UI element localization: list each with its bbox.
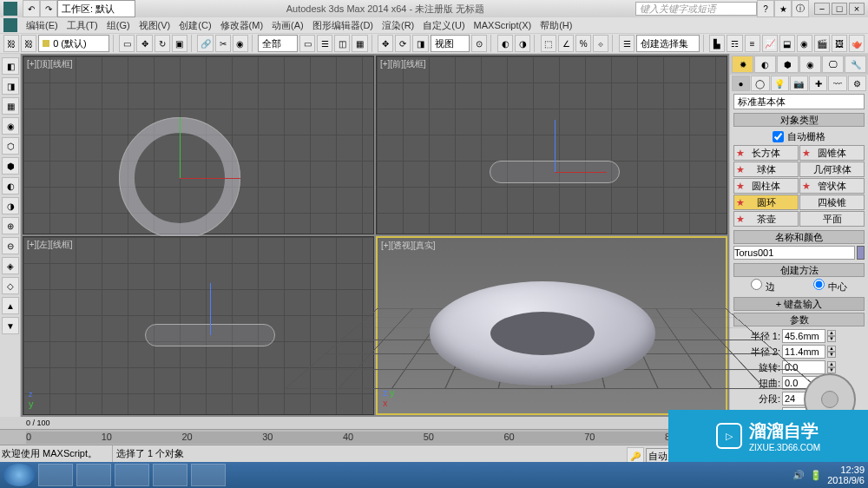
maximize-button[interactable]: □ [832, 3, 847, 15]
motion-tab-icon[interactable]: ◉ [799, 56, 821, 73]
spinner-snap-icon[interactable]: ⟐ [593, 35, 608, 52]
sphere-button[interactable]: ★球体 [733, 162, 799, 177]
menu-graph[interactable]: 图形编辑器(D) [312, 19, 373, 32]
info-icon[interactable]: ⓘ [792, 0, 809, 17]
menu-customize[interactable]: 自定义(U) [423, 19, 464, 32]
percent-snap-icon[interactable]: % [575, 35, 591, 52]
teapot-button[interactable]: ★茶壶 [733, 211, 799, 227]
menu-tools[interactable]: 工具(T) [67, 19, 98, 32]
link-icon[interactable]: 🔗 [197, 35, 213, 52]
rollout-params[interactable]: 参数 [733, 313, 865, 326]
systems-icon[interactable]: ⚙ [848, 76, 866, 91]
rotation-spinner[interactable]: ▲▼ [827, 361, 836, 373]
taskbar-app3-icon[interactable] [115, 464, 149, 486]
move-icon[interactable]: ✥ [136, 35, 152, 52]
create-tab-icon[interactable]: ✹ [732, 56, 753, 73]
viewport-persp-label[interactable]: [+][透视][真实] [381, 240, 436, 252]
viewport-top-label[interactable]: [+][顶][线框] [27, 58, 73, 70]
select-link-icon[interactable]: ⛓ [3, 35, 19, 52]
lights-icon[interactable]: 💡 [771, 76, 789, 91]
curve-editor-icon[interactable]: 📈 [762, 35, 778, 52]
utilities-tab-icon[interactable]: 🔧 [845, 56, 866, 73]
help-icon[interactable]: ? [757, 0, 774, 17]
tray-icon[interactable]: 🔊 [792, 470, 805, 481]
tool5-icon[interactable]: ⬡ [2, 137, 19, 155]
tool1-icon[interactable]: ◧ [2, 57, 19, 75]
ref-coord-dropdown[interactable]: 视图 [431, 35, 470, 52]
tool7-icon[interactable]: ◐ [2, 177, 19, 195]
rollout-create[interactable]: 创建方法 [733, 263, 865, 277]
tool3-icon[interactable]: ▦ [2, 97, 19, 115]
tool2-icon[interactable]: ◨ [2, 77, 19, 95]
geometry-icon[interactable]: ● [732, 76, 750, 91]
modify-tab-icon[interactable]: ◐ [754, 56, 776, 73]
geosphere-button[interactable]: 几何球体 [799, 162, 865, 177]
layers-icon[interactable]: ≡ [745, 35, 760, 52]
tool11-icon[interactable]: ◈ [2, 257, 19, 274]
menu-edit[interactable]: 编辑(E) [26, 19, 58, 32]
cylinder-button[interactable]: ★圆柱体 [733, 178, 799, 194]
menu-group[interactable]: 组(G) [107, 19, 130, 32]
hierarchy-tab-icon[interactable]: ⬢ [777, 56, 799, 73]
close-button[interactable]: × [849, 3, 865, 15]
render-frame-icon[interactable]: 🖼 [832, 35, 847, 52]
menu-maxscript[interactable]: MAXScript(X) [474, 20, 532, 30]
object-name-input[interactable] [733, 246, 855, 260]
viewport-perspective[interactable]: [+][透视][真实] z yx [376, 236, 727, 415]
radius1-spinner[interactable]: ▲▼ [827, 330, 836, 342]
rollout-keyboard[interactable]: + 键盘输入 [733, 297, 865, 311]
tool6-icon[interactable]: ⬢ [2, 157, 19, 175]
box-button[interactable]: ★长方体 [733, 145, 799, 161]
bind-icon[interactable]: ◉ [233, 35, 248, 52]
scale-tool-icon[interactable]: ◨ [412, 35, 428, 52]
keymode-icon[interactable]: ◑ [515, 35, 530, 52]
helpers-icon[interactable]: ✚ [809, 76, 827, 91]
render-icon[interactable]: 🫖 [849, 35, 865, 52]
viewport-top[interactable]: [+][顶][线框] [23, 56, 374, 234]
search-input[interactable]: 键入关键字或短语 [635, 2, 757, 16]
redo-button[interactable]: ↷ [40, 0, 57, 17]
tool13-icon[interactable]: ▲ [2, 297, 19, 314]
taskbar-app5-icon[interactable] [191, 464, 226, 486]
tool4-icon[interactable]: ◉ [2, 117, 19, 135]
start-button[interactable] [3, 464, 35, 486]
material-icon[interactable]: ◉ [797, 35, 812, 52]
spacewarps-icon[interactable]: 〰 [828, 76, 846, 91]
rotate-tool-icon[interactable]: ⟳ [395, 35, 411, 52]
radius2-spinner[interactable]: ▲▼ [827, 346, 836, 358]
workspace-dropdown[interactable]: 工作区: 默认 [57, 0, 135, 17]
snap-icon[interactable]: ⬚ [541, 35, 556, 52]
selection-filter-dropdown[interactable]: 全部 [258, 35, 298, 52]
plane-button[interactable]: 平面 [799, 211, 865, 227]
angle-snap-icon[interactable]: ∠ [558, 35, 574, 52]
cone-button[interactable]: ★圆锥体 [799, 145, 865, 161]
editnamed-icon[interactable]: ☰ [619, 35, 635, 52]
tube-button[interactable]: ★管状体 [799, 178, 865, 194]
menu-help[interactable]: 帮助(H) [540, 19, 572, 32]
radius1-input[interactable] [782, 329, 825, 343]
viewport-front[interactable]: [+][前][线框] [376, 56, 727, 234]
pivot-icon[interactable]: ⊙ [471, 35, 487, 52]
scale-icon[interactable]: ▣ [172, 35, 187, 52]
torus-button[interactable]: ★圆环 [733, 195, 799, 210]
viewport-front-label[interactable]: [+][前][线框] [380, 58, 426, 70]
mirror-icon[interactable]: ▙ [709, 35, 725, 52]
unlink2-icon[interactable]: ✂ [215, 35, 231, 52]
radio-edge[interactable]: 边 [751, 279, 774, 293]
select-region-icon[interactable]: ◫ [334, 35, 350, 52]
radio-center[interactable]: 中心 [813, 279, 846, 293]
window-crossing-icon[interactable]: ▦ [352, 35, 367, 52]
rotate-icon[interactable]: ↻ [155, 35, 170, 52]
select-object-icon[interactable]: ▭ [299, 35, 315, 52]
tool8-icon[interactable]: ◑ [2, 197, 19, 214]
select-name-icon[interactable]: ☰ [317, 35, 332, 52]
selection-icon[interactable]: ▭ [119, 35, 135, 52]
menu-rendering[interactable]: 渲染(R) [382, 19, 414, 32]
rollout-name[interactable]: 名称和颜色 [733, 230, 865, 244]
tray-icon[interactable]: 🔋 [810, 470, 822, 481]
color-swatch[interactable] [857, 246, 865, 260]
radius2-input[interactable] [782, 345, 825, 359]
rollout-objtype[interactable]: 对象类型 [733, 113, 865, 127]
taskbar-3dsmax-icon[interactable] [76, 464, 111, 486]
tool9-icon[interactable]: ⊕ [2, 217, 19, 234]
